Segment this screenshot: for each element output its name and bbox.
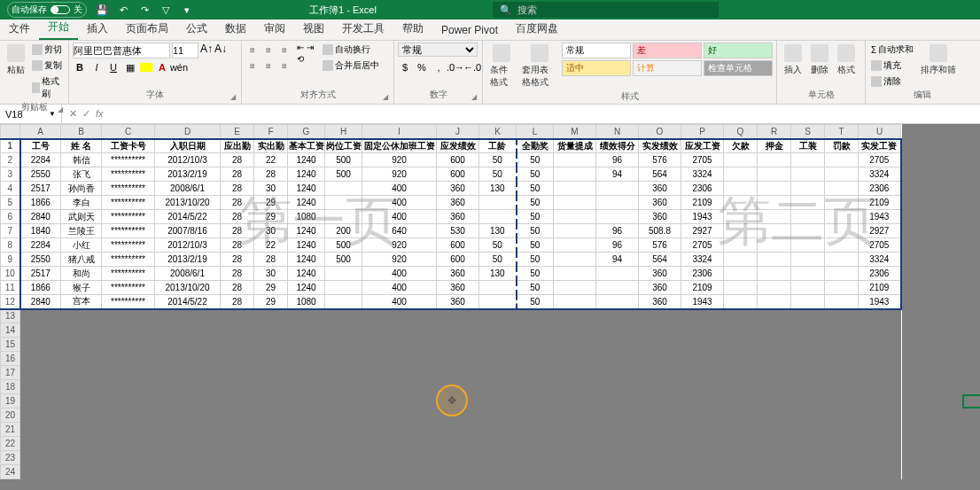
col-header[interactable]: L	[517, 125, 554, 139]
cell[interactable]: 2284	[20, 153, 61, 167]
cell[interactable]	[825, 295, 859, 309]
cell[interactable]: 28	[221, 153, 254, 167]
decrease-decimal-button[interactable]: ←.0	[465, 60, 479, 74]
cell[interactable]: 2306	[859, 182, 901, 196]
cell[interactable]	[758, 167, 791, 182]
cell[interactable]	[724, 281, 758, 295]
format-painter-button[interactable]: 格式刷	[30, 74, 65, 101]
cell[interactable]: 30	[254, 182, 288, 196]
cell[interactable]	[791, 210, 825, 224]
row-header[interactable]: 12	[1, 295, 20, 309]
cell[interactable]: 28	[221, 167, 254, 182]
cell[interactable]: 96	[596, 224, 639, 238]
cell[interactable]: **********	[102, 210, 155, 224]
cell[interactable]: 2007/8/16	[155, 224, 221, 238]
tab-数据[interactable]: 数据	[216, 18, 255, 40]
cell-style-4[interactable]: 计算	[633, 60, 702, 76]
cell[interactable]: 130	[479, 267, 517, 281]
col-header[interactable]: C	[102, 125, 155, 139]
cell-style-1[interactable]: 差	[633, 43, 702, 58]
cell[interactable]: 2014/5/22	[155, 295, 221, 309]
cell[interactable]: 360	[639, 281, 681, 295]
italic-button[interactable]: I	[89, 60, 104, 74]
cell[interactable]	[791, 153, 825, 167]
cell[interactable]	[596, 196, 639, 210]
cell[interactable]: 530	[437, 224, 479, 238]
cell[interactable]: 360	[437, 267, 479, 281]
cell[interactable]: 50	[479, 167, 517, 182]
cell[interactable]: 应发绩效	[437, 139, 479, 153]
cell[interactable]	[825, 253, 859, 267]
cell[interactable]	[325, 182, 362, 196]
cell[interactable]: 韩信	[61, 153, 102, 167]
cell[interactable]: 1866	[20, 281, 61, 295]
cell[interactable]: 50	[517, 295, 554, 309]
col-header[interactable]: E	[221, 125, 254, 139]
col-header[interactable]: D	[155, 125, 221, 139]
cell[interactable]: 600	[437, 153, 479, 167]
cell[interactable]: 2927	[681, 224, 724, 238]
cell[interactable]: 50	[517, 267, 554, 281]
row-header[interactable]: 16	[1, 352, 20, 366]
cell[interactable]: 28	[221, 224, 254, 238]
cell[interactable]: 2109	[681, 196, 724, 210]
bold-button[interactable]: B	[73, 60, 87, 74]
cell[interactable]	[825, 196, 859, 210]
sort-filter-button[interactable]: 排序和筛	[917, 43, 960, 78]
cell-style-2[interactable]: 好	[704, 43, 773, 58]
cell[interactable]	[791, 267, 825, 281]
cell[interactable]: 2517	[20, 182, 61, 196]
cell[interactable]: **********	[102, 238, 155, 253]
row-header[interactable]: 17	[1, 366, 20, 380]
cell[interactable]	[724, 153, 758, 167]
cell[interactable]	[724, 182, 758, 196]
cell[interactable]	[554, 210, 596, 224]
cell[interactable]: 2306	[681, 182, 724, 196]
cell[interactable]: 508.8	[639, 224, 681, 238]
dialog-launcher-icon[interactable]: ◢	[383, 93, 388, 101]
data-table[interactable]: ABCDEFGHIJKLMNOPQRSTU1工号姓 名工资卡号入职日期应出勤实出…	[0, 124, 902, 479]
cell[interactable]: 1240	[288, 224, 325, 238]
cell[interactable]: 576	[639, 238, 681, 253]
cell[interactable]: 22	[254, 153, 288, 167]
cell[interactable]: 28	[254, 253, 288, 267]
cell[interactable]: 工龄	[479, 139, 517, 153]
cell[interactable]	[791, 182, 825, 196]
cell-style-0[interactable]: 常规	[562, 43, 631, 58]
cell[interactable]: 2014/5/22	[155, 210, 221, 224]
cell[interactable]: 50	[517, 210, 554, 224]
comma-button[interactable]: ,	[432, 60, 446, 74]
font-color-button[interactable]: A	[155, 60, 169, 74]
cell[interactable]: 920	[362, 167, 437, 182]
cell[interactable]: 130	[479, 224, 517, 238]
cell[interactable]: 3324	[859, 253, 901, 267]
row-header[interactable]: 8	[1, 238, 20, 253]
alignment-buttons[interactable]: ≡≡≡≡≡≡	[245, 43, 292, 73]
dialog-launcher-icon[interactable]: ◢	[471, 93, 477, 101]
cell[interactable]	[825, 153, 859, 167]
cell[interactable]: 3324	[681, 253, 724, 267]
increase-font-icon[interactable]: A↑	[200, 43, 213, 58]
cell[interactable]	[596, 182, 639, 196]
col-header[interactable]: M	[554, 125, 596, 139]
cell[interactable]: 500	[325, 238, 362, 253]
cell[interactable]: **********	[102, 167, 155, 182]
cell[interactable]: 94	[596, 253, 639, 267]
row-header[interactable]: 9	[1, 253, 20, 267]
row-header[interactable]: 18	[1, 380, 20, 394]
cell[interactable]: 2013/10/20	[155, 196, 221, 210]
tab-文件[interactable]: 文件	[0, 18, 39, 40]
cell[interactable]: 1943	[859, 295, 901, 309]
underline-button[interactable]: U	[106, 60, 121, 74]
row-header[interactable]: 19	[1, 394, 20, 408]
tab-插入[interactable]: 插入	[78, 18, 117, 40]
indent-buttons[interactable]: ⇤ ⇥	[297, 43, 314, 52]
cell[interactable]: 600	[437, 253, 479, 267]
cell[interactable]: 1080	[288, 295, 325, 309]
cell[interactable]: 50	[479, 238, 517, 253]
cell[interactable]	[825, 224, 859, 238]
cell[interactable]	[724, 210, 758, 224]
cell[interactable]	[554, 196, 596, 210]
cell[interactable]: 50	[517, 281, 554, 295]
cell[interactable]	[554, 253, 596, 267]
